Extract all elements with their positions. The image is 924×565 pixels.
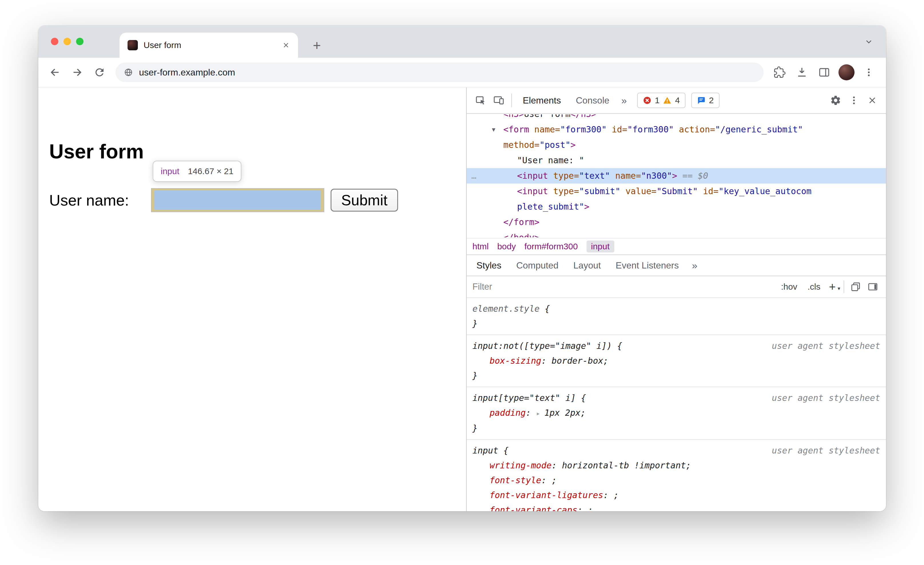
dom-tree-line[interactable]: <h3>User form</h3> [467,114,886,122]
zoom-window-button[interactable] [76,38,84,45]
devtools-close-icon[interactable] [863,91,881,109]
tab-layout[interactable]: Layout [566,260,608,271]
tab-elements[interactable]: Elements [515,87,568,113]
devtools-toolbar-right [826,91,881,109]
tab-favicon [128,40,138,50]
dropdown-caret-icon: ▾ [838,285,840,292]
tab-search-chevron-icon[interactable] [863,36,874,48]
stylesheet-origin: user agent stylesheet [772,339,880,354]
css-property[interactable]: font-variant-caps: ; [472,503,880,511]
breadcrumb-item[interactable]: form#form300 [525,241,578,251]
breadcrumb-item[interactable]: html [472,241,489,251]
new-tab-button[interactable]: + [308,37,326,54]
style-rule[interactable]: input {user agent stylesheetwriting-mode… [467,440,886,511]
breadcrumb-item[interactable]: body [497,241,516,251]
stylesheet-origin: user agent stylesheet [772,443,880,458]
tab-title: User form [144,40,275,50]
issues-badge[interactable]: 2 [691,93,720,108]
breadcrumb-item[interactable]: input [586,240,614,252]
tab-close-icon[interactable] [281,40,291,50]
back-button[interactable] [46,64,63,81]
browser-toolbar: user-form.example.com [38,58,886,87]
style-rule[interactable]: input[type="text" i] {user agent stylesh… [467,387,886,440]
toggle-element-state-button[interactable]: :hov [776,282,802,292]
styles-filter-bar: :hov .cls +▾ [467,276,886,298]
desktop-background: { "window": { "tab": { "title": "User fo… [0,0,924,565]
url-text[interactable]: user-form.example.com [139,67,235,78]
divider [844,280,844,293]
warning-icon [663,96,672,105]
toolbar-actions [770,63,878,81]
computed-styles-icon[interactable] [847,278,864,295]
avatar-image [838,64,855,80]
username-input[interactable] [152,189,324,211]
address-bar[interactable]: user-form.example.com [116,63,764,82]
window-content: User form input 146.67 × 21 User name: S… [38,87,886,511]
dom-tree-line[interactable]: </body> [467,230,886,237]
dom-tree-line[interactable]: …<input type="text" name="n300"> == $0 [467,168,886,184]
browser-menu-kebab-icon[interactable] [860,63,878,81]
dom-tree-line[interactable]: </form> [467,214,886,230]
more-sidebar-tabs-chevron[interactable]: » [686,260,703,271]
tab-styles[interactable]: Styles [469,260,509,271]
devtools-menu-kebab-icon[interactable] [845,91,863,109]
console-status-badges[interactable]: 1 4 [637,93,686,108]
dom-tree-line[interactable]: plete_submit"> [467,199,886,214]
dom-tree-line[interactable]: method="post"> [467,137,886,153]
dom-tree-line[interactable]: ▼<form name="form300" id="form300" actio… [467,122,886,137]
css-property[interactable]: box-sizing: border-box; [472,354,880,368]
settings-gear-icon[interactable] [826,91,845,109]
dom-tree-line[interactable]: <input type="submit" value="Submit" id="… [467,184,886,199]
devtools-panel: Elements Console » 1 4 2 [466,87,886,511]
expand-arrow-icon[interactable]: ▼ [492,122,495,137]
error-count: 1 [655,96,660,105]
page-title: User form [49,140,144,163]
css-property[interactable]: font-variant-ligatures: ; [472,488,880,503]
tab-console[interactable]: Console [568,87,616,113]
username-label: User name: [49,189,129,211]
style-rules-pane: element.style {}input:not([type="image" … [467,298,886,511]
site-info-globe-icon[interactable] [123,67,133,77]
tab-event-listeners[interactable]: Event Listeners [608,260,686,271]
styles-sidebar-tabs: Styles Computed Layout Event Listeners » [467,255,886,276]
element-classes-button[interactable]: .cls [802,282,826,292]
devtools-toolbar: Elements Console » 1 4 2 [467,87,886,114]
side-panel-icon[interactable] [815,63,833,81]
device-toolbar-icon[interactable] [490,91,508,109]
profile-avatar[interactable] [837,63,856,81]
inspect-tooltip-tag: input [161,166,179,176]
browser-tab[interactable]: User form [120,33,298,58]
minimize-window-button[interactable] [63,38,71,45]
reload-button[interactable] [91,64,108,81]
warning-count: 4 [675,96,680,105]
css-property[interactable]: writing-mode: horizontal-tb !important; [472,458,880,473]
issues-message-icon [697,96,705,105]
inspect-tooltip-size: 146.67 × 21 [188,166,233,176]
style-rule[interactable]: element.style {} [467,298,886,335]
close-window-button[interactable] [51,38,58,45]
toggle-sidebar-icon[interactable] [864,278,881,295]
style-rule[interactable]: input:not([type="image" i]) {user agent … [467,335,886,387]
window-controls [51,38,84,45]
overflow-dots-icon: … [471,168,477,184]
browser-window: User form + user-form.example.com [38,26,886,511]
styles-filter-input[interactable] [472,282,776,292]
inspect-element-icon[interactable] [471,91,490,109]
stylesheet-origin: user agent stylesheet [772,391,880,405]
tab-strip: User form + [38,26,886,58]
new-style-rule-button[interactable]: +▾ [826,280,841,293]
web-page: User form input 146.67 × 21 User name: S… [38,87,466,511]
extensions-puzzle-icon[interactable] [770,63,789,81]
download-icon[interactable] [793,63,811,81]
divider [512,93,512,107]
dom-tree-line[interactable]: "User name: " [467,153,886,168]
css-property[interactable]: padding: ▸ 1px 2px; [472,405,880,421]
error-icon [643,96,651,105]
forward-button[interactable] [69,64,86,81]
submit-button[interactable]: Submit [331,189,398,211]
css-property[interactable]: font-style: ; [472,473,880,488]
more-tabs-chevron[interactable]: » [617,95,632,106]
tab-computed[interactable]: Computed [509,260,566,271]
inspect-tooltip: input 146.67 × 21 [153,161,242,182]
dom-tree: <h3>User form</h3>▼<form name="form300" … [467,114,886,238]
